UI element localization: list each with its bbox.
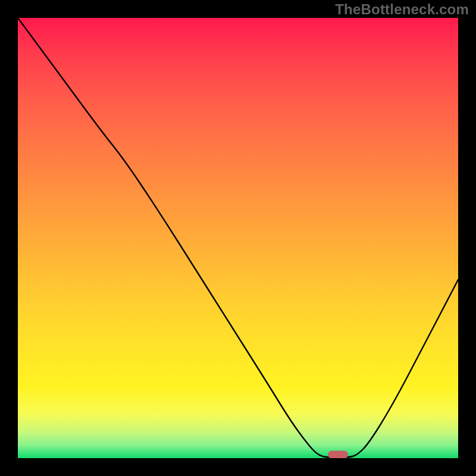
bottleneck-curve-path [18, 18, 458, 458]
watermark-text: TheBottleneck.com [335, 1, 469, 18]
bottleneck-curve [18, 18, 458, 458]
optimal-marker [328, 451, 348, 459]
plot-area [18, 18, 458, 458]
chart-frame: TheBottleneck.com [0, 0, 476, 476]
